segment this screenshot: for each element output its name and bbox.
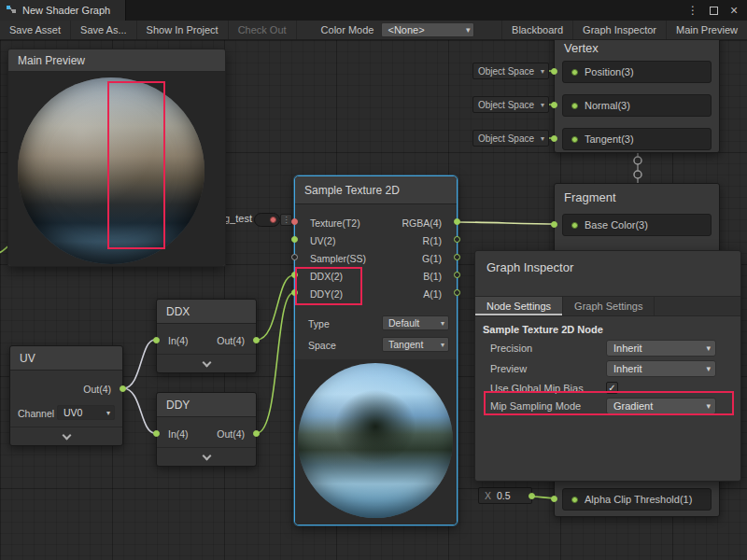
tab-node-settings[interactable]: Node Settings [475,297,563,315]
vertex-tangent-edge-port[interactable] [551,135,557,142]
normal-port-dot[interactable] [571,103,578,109]
alpha-clip-port-row[interactable]: Alpha Clip Threshold(1) [562,488,712,511]
graph-inspector-toggle-button[interactable]: Graph Inspector [572,21,666,39]
mip-bias-checkbox[interactable]: ✓ [606,382,618,394]
b-output-port[interactable] [454,272,460,278]
save-asset-button[interactable]: Save Asset [0,21,71,39]
sample-texture-2d-node[interactable]: Sample Texture 2D Texture(T2) UV(2) Samp… [294,175,458,525]
alpha-clip-port-dot[interactable] [571,497,578,503]
ddx-node-title[interactable]: DDX [157,300,256,324]
chevron-down-icon [62,430,71,440]
main-preview-title[interactable]: Main Preview [8,49,225,72]
ddy-node[interactable]: DDY In(4) Out(4) [156,392,257,467]
tangent-space-dropdown[interactable]: Object Space [472,130,549,147]
rgba-output-port[interactable] [454,218,460,225]
type-dropdown[interactable]: Default [382,315,449,330]
uv-channel-dropdown[interactable]: UV0 [57,405,115,420]
save-as-button[interactable]: Save As... [71,21,137,39]
base-color-port-row[interactable]: Base Color(3) [562,214,712,236]
property-gtest-port[interactable] [270,217,276,223]
texture-input-port[interactable] [291,218,298,225]
show-in-project-button[interactable]: Show In Project [137,21,229,39]
uv-collapse-bar[interactable] [10,427,122,445]
ddy-input-port[interactable] [291,289,298,296]
uv-input-port[interactable] [291,236,298,243]
ddx-in-port[interactable] [153,337,160,343]
normal-space-dropdown[interactable]: Object Space [472,96,549,113]
output-row-r: R(1) [423,231,442,249]
shader-graph-icon [6,4,17,17]
precision-dropdown[interactable]: Inherit [606,340,716,357]
g-output-port[interactable] [454,254,460,260]
fragment-node-title[interactable]: Fragment [555,184,719,210]
vertex-normal-edge-port[interactable] [551,102,557,108]
float-input-stub[interactable]: X 0.5 [478,487,532,504]
tab-graph-settings[interactable]: Graph Settings [563,297,655,315]
wire-uv-ddy[interactable] [123,388,155,433]
ddx-node[interactable]: DDX In(4) Out(4) [156,299,257,373]
fragment-alphaclip-edge-port[interactable] [551,496,557,502]
fragment-basecolor-edge-port[interactable] [551,221,557,228]
uv-out-port[interactable] [120,385,126,392]
uv-node[interactable]: UV Out(4) Channel UV0 [9,345,123,446]
input-row-ddy: DDY(2) [310,285,343,302]
property-drag-handle-icon[interactable]: ⋮ [280,214,292,226]
mip-mode-dropdown[interactable]: Gradient [606,398,716,414]
a-output-port[interactable] [454,289,460,296]
alpha-clip-label: Alpha Clip Threshold(1) [585,494,692,505]
maximize-icon[interactable] [704,1,723,20]
main-preview-toggle-button[interactable]: Main Preview [666,21,747,39]
input-row-texture: Texture(T2) [310,214,360,231]
blackboard-toggle-button[interactable]: Blackboard [501,21,572,39]
property-gtest-label[interactable]: g_test [224,213,252,224]
window-tab[interactable]: New Shader Graph [0,0,126,21]
tangent-port-row[interactable]: Tangent(3) [562,128,712,150]
uv-node-title[interactable]: UV [10,346,122,371]
ddy-node-title[interactable]: DDY [157,393,256,417]
sample-node-title[interactable]: Sample Texture 2D [295,176,457,204]
r-output-port[interactable] [454,236,460,243]
chevron-down-icon [202,451,211,460]
preview-dropdown[interactable]: Inherit [606,360,716,377]
ddy-collapse-bar[interactable] [157,447,256,466]
tangent-port-dot[interactable] [571,136,578,143]
position-space-dropdown[interactable]: Object Space [472,63,549,79]
ddx-out-label: Out(4) [217,335,245,346]
float-out-port[interactable] [529,493,535,499]
input-row-uv: UV(2) [310,231,335,249]
shader-graph-window: New Shader Graph ⋮ × Save Asset Save As.… [0,0,747,560]
type-value: Default [388,317,419,329]
vertex-position-edge-port[interactable] [551,68,557,75]
output-row-b: B(1) [423,267,442,285]
normal-port-row[interactable]: Normal(3) [562,94,712,117]
link-dot-top[interactable] [634,157,641,164]
ddy-in-port[interactable] [153,430,160,437]
main-preview-panel[interactable]: Main Preview [7,49,226,267]
ddy-out-port[interactable] [253,430,260,437]
close-icon[interactable]: × [725,1,743,20]
output-row-a: A(1) [423,285,442,302]
wire-uv-ddx[interactable] [123,340,155,388]
space-dropdown[interactable]: Tangent [382,337,449,352]
link-dot-bottom[interactable] [634,171,641,178]
window-title: New Shader Graph [22,5,110,16]
vertex-node[interactable]: Vertex Position(3) Normal(3) Tangent(3) [554,34,720,153]
base-color-port-dot[interactable] [571,222,578,229]
color-mode-dropdown[interactable]: <None> [381,22,474,37]
check-icon: ✓ [608,383,615,393]
position-port-dot[interactable] [571,69,578,76]
kebab-menu-icon[interactable]: ⋮ [684,1,702,20]
ddx-input-port[interactable] [291,272,298,278]
position-port-row[interactable]: Position(3) [562,61,712,83]
graph-inspector-panel[interactable]: Graph Inspector Node Settings Graph Sett… [474,250,741,482]
wire-rgba-basecolor[interactable] [458,222,560,224]
ddx-collapse-bar[interactable] [157,354,256,372]
normal-label: Normal(3) [585,100,630,111]
float-x-value[interactable]: 0.5 [497,490,511,501]
property-gtest-node[interactable] [254,213,280,227]
normal-space-value: Object Space [478,100,534,110]
type-label: Type [308,318,330,329]
wire-ddx-sample[interactable] [257,275,293,340]
sampler-input-port[interactable] [291,254,298,260]
ddx-out-port[interactable] [253,337,260,343]
